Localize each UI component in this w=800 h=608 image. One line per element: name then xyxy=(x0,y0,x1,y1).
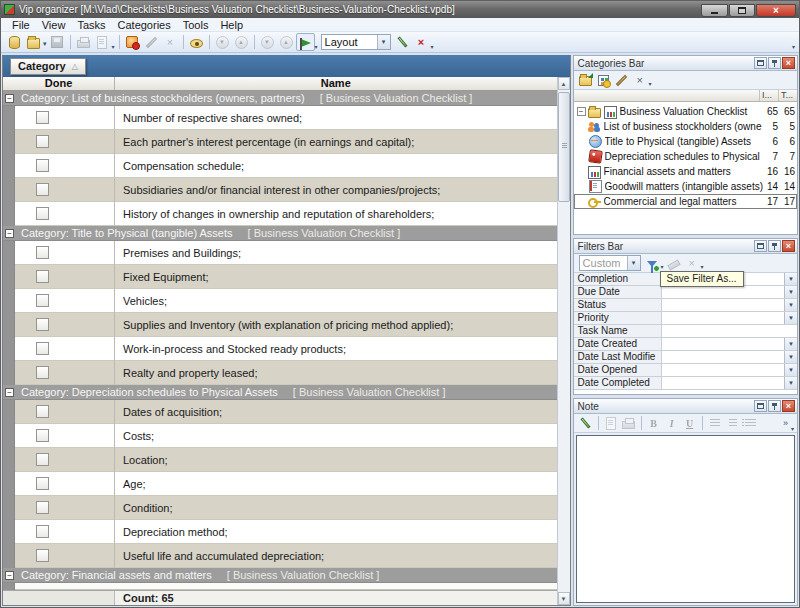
tree-expand-icon[interactable]: − xyxy=(577,107,586,116)
delete-category-button[interactable]: × xyxy=(631,72,649,88)
note-overflow-arrow[interactable]: ▾ xyxy=(791,425,794,432)
new-category-button[interactable] xyxy=(577,72,595,88)
categories-maximize-button[interactable] xyxy=(754,57,767,69)
scrollbar-thumb[interactable] xyxy=(558,92,570,202)
category-group-header[interactable]: − Category: Financial assets and matters… xyxy=(3,568,557,583)
close-button[interactable]: × xyxy=(756,4,796,17)
bullet-list-button[interactable] xyxy=(742,415,760,431)
task-row[interactable]: Fixed Equipment; xyxy=(3,265,557,289)
task-checkbox[interactable] xyxy=(36,525,49,538)
task-checkbox[interactable] xyxy=(36,366,49,379)
filter-dropdown-button[interactable]: ▼ xyxy=(784,364,797,376)
filter-value[interactable] xyxy=(662,286,784,298)
menu-file[interactable]: File xyxy=(6,18,36,32)
note-pin-button[interactable] xyxy=(768,400,781,412)
bold-button[interactable]: B xyxy=(645,415,663,431)
filters-pin-button[interactable] xyxy=(768,240,781,252)
new-task-button[interactable] xyxy=(123,33,142,51)
filter-row[interactable]: Date Last Modifie▼ xyxy=(574,351,797,364)
filter-preset-combobox[interactable]: Custom ▾ xyxy=(579,255,641,271)
tree-item-selected[interactable]: Commercial and legal matters 17 17 xyxy=(574,194,797,209)
layout-combobox-arrow[interactable]: ▾ xyxy=(377,35,390,49)
print-button[interactable] xyxy=(74,33,93,51)
vertical-scrollbar[interactable]: ▲ ▼ xyxy=(557,77,570,605)
open-database-button[interactable] xyxy=(24,33,43,51)
note-editor[interactable] xyxy=(576,435,795,603)
filter-dropdown-button[interactable]: ▼ xyxy=(784,377,797,389)
task-checkbox[interactable] xyxy=(36,405,49,418)
task-row[interactable]: Dates of acquisition; xyxy=(3,400,557,424)
tree-item[interactable]: Goodwill matters (intangible assets) 14 … xyxy=(574,179,797,194)
menu-view[interactable]: View xyxy=(36,18,72,32)
filter-value[interactable] xyxy=(662,325,797,337)
print-preview-button[interactable] xyxy=(93,33,112,51)
filter-dropdown-button[interactable]: ▼ xyxy=(784,312,797,324)
note-page-button[interactable] xyxy=(602,415,620,431)
filter-row[interactable]: Status▼ xyxy=(574,299,797,312)
task-checkbox[interactable] xyxy=(36,183,49,196)
filter-value[interactable] xyxy=(662,364,784,376)
save-filter-arrow[interactable]: ▾ xyxy=(661,263,664,270)
note-titlebar[interactable]: Note × xyxy=(574,399,797,414)
expand-all-button[interactable]: ▼ xyxy=(258,33,277,51)
underline-button[interactable]: U xyxy=(681,415,699,431)
clear-filter-button[interactable]: × xyxy=(412,33,431,51)
task-row[interactable]: Work-in-process and Stocked ready produc… xyxy=(3,337,557,361)
collapse-all-button[interactable]: ▲ xyxy=(277,33,296,51)
move-down-button[interactable]: ▼ xyxy=(213,33,232,51)
collapse-group-icon[interactable]: − xyxy=(5,388,14,397)
menu-tasks[interactable]: Tasks xyxy=(71,18,111,32)
menu-tools[interactable]: Tools xyxy=(177,18,215,32)
italic-button[interactable]: I xyxy=(663,415,681,431)
print-overflow-arrow[interactable]: ▾ xyxy=(112,43,115,50)
edit-task-button[interactable] xyxy=(142,33,161,51)
task-row[interactable]: Vehicles; xyxy=(3,289,557,313)
task-row[interactable]: Useful life and accumulated depreciation… xyxy=(3,544,557,568)
task-checkbox[interactable] xyxy=(36,294,49,307)
category-group-header[interactable]: − Category: Title to Physical (tangible)… xyxy=(3,226,557,241)
title-bar[interactable]: Vip organizer [M:\Vlad\Checklists\Busine… xyxy=(1,1,799,18)
open-dropdown-arrow[interactable]: ▾ xyxy=(43,40,47,48)
task-row[interactable]: Premises and Buildings; xyxy=(3,241,557,265)
tree-item[interactable]: Title to Physical (tangible) Assets 6 6 xyxy=(574,134,797,149)
filter-row[interactable]: Date Completed▼ xyxy=(574,377,797,390)
task-row[interactable]: Realty and property leased; xyxy=(3,361,557,385)
column-header-done[interactable]: Done xyxy=(3,77,115,90)
categories-overflow-arrow[interactable]: ▾ xyxy=(649,80,652,87)
layout-overflow-arrow[interactable]: ▾ xyxy=(315,43,318,50)
filter-dropdown-button[interactable]: ▼ xyxy=(784,351,797,363)
task-checkbox[interactable] xyxy=(36,207,49,220)
task-checkbox[interactable] xyxy=(36,246,49,259)
filters-overflow-arrow[interactable]: ▾ xyxy=(701,263,704,270)
clear-filter-fields-button[interactable] xyxy=(665,255,683,271)
category-group-header[interactable]: − Category: List of business stockholder… xyxy=(3,91,557,106)
filter-preset-arrow[interactable]: ▾ xyxy=(627,256,640,270)
filters-maximize-button[interactable] xyxy=(754,240,767,252)
task-row[interactable]: Compensation schedule; xyxy=(3,154,557,178)
categories-pin-button[interactable] xyxy=(768,57,781,69)
note-close-button[interactable]: × xyxy=(782,400,795,412)
task-checkbox[interactable] xyxy=(36,477,49,490)
note-edit-button[interactable] xyxy=(577,415,595,431)
task-checkbox[interactable] xyxy=(36,453,49,466)
categories-column-1[interactable]: I... xyxy=(759,90,778,101)
align-left-button[interactable] xyxy=(706,415,724,431)
filter-value[interactable] xyxy=(662,299,784,311)
task-row[interactable]: Condition; xyxy=(3,496,557,520)
save-filter-button[interactable] xyxy=(643,255,661,271)
collapse-group-icon[interactable]: − xyxy=(5,229,14,238)
view-notes-button[interactable] xyxy=(187,33,206,51)
delete-filter-button[interactable]: × xyxy=(683,255,701,271)
column-header-name[interactable]: Name xyxy=(115,77,557,90)
filters-bar-titlebar[interactable]: Filters Bar × xyxy=(574,239,797,254)
filter-dropdown-button[interactable]: ▼ xyxy=(784,273,797,285)
menu-categories[interactable]: Categories xyxy=(112,18,177,32)
toolbar-overflow-arrow[interactable]: ▾ xyxy=(792,43,795,50)
task-checkbox[interactable] xyxy=(36,501,49,514)
filter-value[interactable] xyxy=(662,312,784,324)
new-database-button[interactable] xyxy=(5,33,24,51)
task-row[interactable]: Costs; xyxy=(3,424,557,448)
tree-item-root[interactable]: − Business Valuation Checklist 65 65 xyxy=(574,104,797,119)
task-checkbox[interactable] xyxy=(36,342,49,355)
filter-overflow-arrow[interactable]: ▾ xyxy=(431,43,434,50)
